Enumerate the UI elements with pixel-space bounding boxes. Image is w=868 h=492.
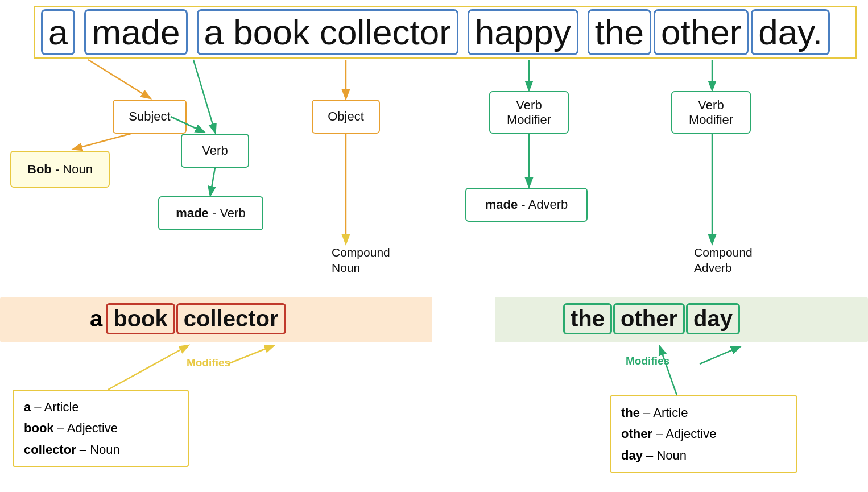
object-box: Object — [312, 100, 380, 134]
compound-adverb-label: CompoundAdverb — [694, 245, 753, 276]
left-legend-box: a – Article book – Adjective collector –… — [13, 390, 189, 467]
left-phrase-words: a book collector — [90, 303, 286, 334]
phrase-the: the — [563, 303, 612, 334]
sentence-bar: a made a book collector happy the other … — [34, 6, 857, 59]
compound-noun-label: CompoundNoun — [332, 245, 390, 276]
legend-left-line3: collector – Noun — [24, 439, 177, 460]
word-space2 — [189, 31, 196, 34]
made-verb-box: made - Verb — [158, 196, 263, 230]
svg-line-14 — [700, 347, 739, 364]
word-other: other — [654, 9, 749, 55]
svg-line-2 — [193, 60, 215, 132]
svg-line-11 — [108, 346, 188, 390]
word-space1 — [76, 31, 83, 34]
phrase-other: other — [613, 303, 685, 334]
bob-noun-box: Bob - Noun — [10, 151, 110, 188]
right-legend-box: the – Article other – Adjective day – No… — [610, 395, 797, 473]
legend-right-line3: day – Noun — [621, 445, 786, 466]
phrase-book: book — [106, 303, 175, 334]
verb-mod2-box: VerbModifier — [671, 91, 751, 134]
svg-line-1 — [74, 134, 131, 149]
phrase-a: a — [90, 306, 102, 332]
phrase-day: day — [686, 303, 740, 334]
legend-left-line2: book – Adjective — [24, 417, 177, 439]
legend-right-line1: the – Article — [621, 402, 786, 423]
word-bob: a — [41, 9, 75, 55]
modifies-right-label: Modifies — [626, 355, 669, 367]
word-happy: happy — [468, 9, 578, 55]
legend-right-line2: other – Adjective — [621, 423, 786, 444]
legend-left-line1: a – Article — [24, 396, 177, 417]
word-the: the — [588, 9, 651, 55]
word-space3 — [460, 31, 466, 34]
verb-box: Verb — [181, 134, 249, 168]
word-made: made — [84, 9, 187, 55]
phrase-collector: collector — [176, 303, 286, 334]
svg-line-0 — [88, 60, 150, 98]
modifies-left-label: Modifies — [187, 357, 230, 369]
svg-line-4 — [210, 168, 215, 195]
word-space4 — [580, 31, 586, 34]
svg-line-13 — [660, 347, 677, 395]
made-adverb-box: made - Adverb — [465, 188, 588, 222]
word-a: a book collector — [197, 9, 458, 55]
subject-box: Subject — [113, 100, 187, 134]
svg-line-12 — [228, 346, 273, 364]
word-day: day. — [751, 9, 830, 55]
right-phrase-words: the other day — [563, 303, 740, 334]
verb-mod1-box: VerbModifier — [489, 91, 569, 134]
